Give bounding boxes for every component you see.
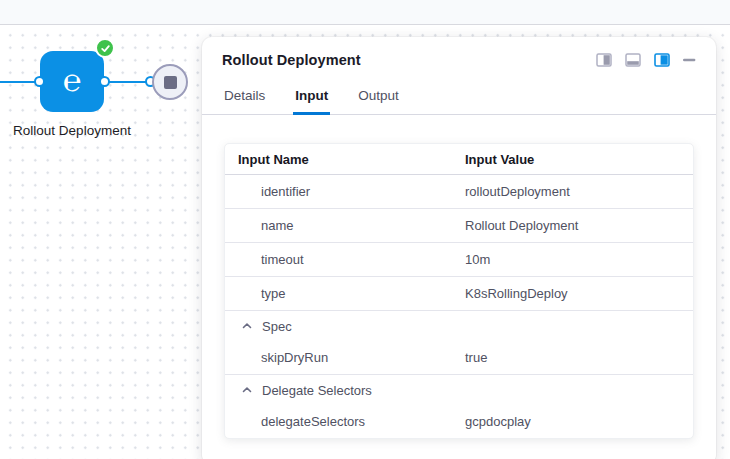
- panel-title: Rollout Deployment: [222, 52, 361, 68]
- step-node-label: Rollout Deployment: [12, 120, 132, 141]
- tab-input-content: Input Name Input Value identifierrollout…: [202, 115, 716, 439]
- panel-tabs: Details Input Output: [202, 82, 716, 115]
- connector-line-right: [104, 81, 147, 83]
- group-label: Spec: [262, 319, 292, 334]
- canvas-top-bar: [0, 0, 730, 25]
- input-value-cell: Rollout Deployment: [465, 218, 693, 233]
- rolling-deployment-icon: ℮: [63, 65, 82, 96]
- table-header-row: Input Name Input Value: [225, 144, 693, 175]
- table-row: timeout10m: [225, 243, 693, 277]
- connector-line-left: [0, 81, 38, 83]
- table-row: typeK8sRollingDeploy: [225, 277, 693, 311]
- table-body: identifierrolloutDeploymentnameRollout D…: [225, 175, 693, 438]
- panel-header: Rollout Deployment: [202, 37, 716, 68]
- node-port-right: [99, 76, 110, 87]
- input-value-cell: true: [465, 350, 693, 365]
- group-label: Delegate Selectors: [262, 383, 372, 398]
- input-name-cell: timeout: [225, 252, 465, 267]
- tab-output[interactable]: Output: [356, 82, 401, 114]
- table-row: skipDryRuntrue: [225, 341, 693, 375]
- node-port-left: [34, 76, 45, 87]
- table-row: identifierrolloutDeployment: [225, 175, 693, 209]
- minimize-icon[interactable]: [683, 58, 696, 62]
- input-value-cell: 10m: [465, 252, 693, 267]
- layout-split-right-icon[interactable]: [596, 52, 612, 68]
- group-row[interactable]: Spec: [225, 311, 693, 341]
- input-name-cell: name: [225, 218, 465, 233]
- input-value-cell: rolloutDeployment: [465, 184, 693, 199]
- layout-split-bottom-icon[interactable]: [625, 52, 641, 68]
- table-row: nameRollout Deployment: [225, 209, 693, 243]
- chevron-up-icon[interactable]: [241, 384, 253, 396]
- input-name-cell: type: [225, 286, 465, 301]
- panel-window-controls: [596, 52, 696, 68]
- group-row[interactable]: Delegate Selectors: [225, 375, 693, 405]
- chevron-up-icon[interactable]: [241, 320, 253, 332]
- stop-square-icon: [164, 76, 177, 89]
- success-check-icon: [95, 38, 115, 58]
- input-name-cell: delegateSelectors: [225, 414, 465, 429]
- column-header-input-name: Input Name: [225, 152, 465, 167]
- layout-right-active-icon[interactable]: [654, 52, 670, 68]
- tab-input[interactable]: Input: [293, 82, 330, 115]
- input-name-cell: skipDryRun: [225, 350, 465, 365]
- step-details-panel: Rollout Deployment: [202, 37, 716, 459]
- input-table-card: Input Name Input Value identifierrollout…: [224, 143, 694, 439]
- input-value-cell: K8sRollingDeploy: [465, 286, 693, 301]
- table-row: delegateSelectorsgcpdocplay: [225, 405, 693, 438]
- step-node-rollout-deployment[interactable]: ℮: [40, 51, 104, 112]
- column-header-input-value: Input Value: [465, 152, 693, 167]
- tab-details[interactable]: Details: [222, 82, 267, 114]
- pipeline-end-node[interactable]: [152, 64, 188, 100]
- input-value-cell: gcpdocplay: [465, 414, 693, 429]
- input-name-cell: identifier: [225, 184, 465, 199]
